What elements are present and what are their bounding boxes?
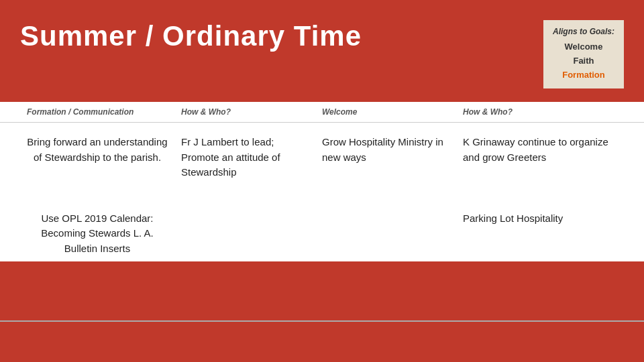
col-header-0: Formation / Communication	[20, 102, 174, 122]
row2-col0: Use OPL 2019 Calendar: Becoming Stewards…	[20, 206, 174, 262]
row1-col3: K Grinaway continue to organize and grow…	[456, 129, 631, 186]
row1-col2: Grow Hospitality Ministry in new ways	[315, 129, 456, 186]
header: Summer / Ordinary Time Aligns to Goals: …	[0, 0, 644, 102]
content-area: Formation / Communication How & Who? Wel…	[0, 102, 644, 261]
page: Summer / Ordinary Time Aligns to Goals: …	[0, 0, 644, 362]
page-title: Summer / Ordinary Time	[20, 20, 543, 52]
row1-howwho1-text: Fr J Lambert to lead; Promote an attitud…	[181, 135, 309, 180]
col-header-3: How & Who?	[456, 102, 631, 122]
aligns-welcome: Welcome	[553, 40, 614, 54]
row2-col1	[174, 206, 315, 262]
aligns-faith: Faith	[553, 54, 614, 68]
row2-col3: Parking Lot Hospitality	[456, 206, 631, 262]
row1-col0: Bring forward an understanding of Stewar…	[20, 129, 174, 186]
row1-col1: Fr J Lambert to lead; Promote an attitud…	[174, 129, 315, 186]
aligns-formation: Formation	[553, 68, 614, 82]
row1-howwho2-text: K Grinaway continue to organize and grow…	[463, 135, 624, 165]
content-row-1: Bring forward an understanding of Stewar…	[0, 123, 644, 186]
title-area: Summer / Ordinary Time	[20, 20, 543, 52]
bottom-divider	[0, 320, 644, 322]
row1-formation-text: Bring forward an understanding of Stewar…	[27, 135, 168, 165]
col-header-2: Welcome	[315, 102, 456, 122]
row2-formation-text: Use OPL 2019 Calendar: Becoming Stewards…	[27, 211, 168, 257]
row2-howwho2-text: Parking Lot Hospitality	[463, 211, 624, 227]
col-header-1: How & Who?	[174, 102, 315, 122]
content-row-2: Use OPL 2019 Calendar: Becoming Stewards…	[0, 199, 644, 262]
row1-welcome-text: Grow Hospitality Ministry in new ways	[322, 135, 449, 165]
column-headers: Formation / Communication How & Who? Wel…	[0, 102, 644, 123]
aligns-box: Aligns to Goals: Welcome Faith Formation	[543, 20, 624, 88]
row2-col2	[315, 206, 456, 262]
aligns-label: Aligns to Goals:	[553, 27, 614, 36]
